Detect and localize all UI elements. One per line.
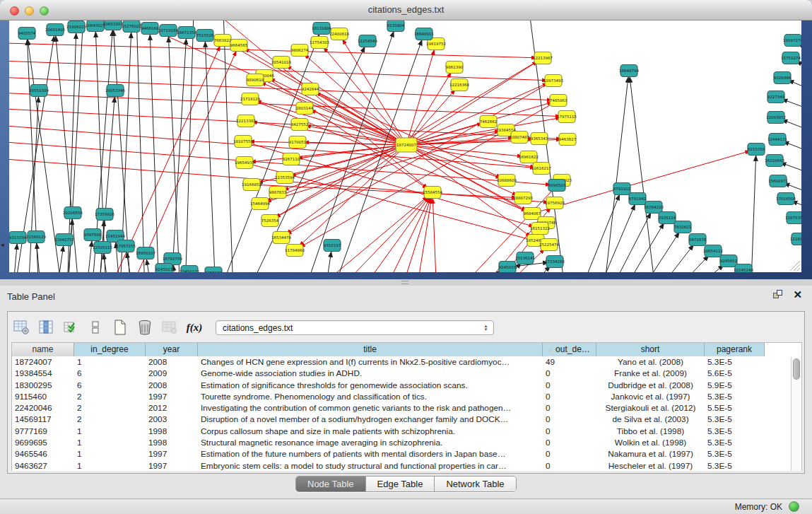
scrollbar-thumb[interactable] (793, 358, 800, 380)
tab-node-table[interactable]: Node Table (296, 477, 366, 491)
table-disabled-icon (160, 318, 179, 337)
sort-ascending-icon: △ (548, 346, 553, 354)
table-cell: Dudbridge et al. (2008) (596, 380, 705, 391)
table-cell: Structural magnetic resonance image aver… (198, 437, 543, 448)
trash-icon[interactable] (136, 318, 154, 337)
column-header-year[interactable]: year (146, 343, 198, 356)
table-cell: 5.3E-5 (705, 414, 765, 425)
table-cell: 0 (543, 426, 596, 437)
table-cell: 18300295 (12, 380, 74, 391)
table-row[interactable]: 946554611997Estimation of the future num… (12, 448, 801, 460)
table-cell: 49 (543, 356, 596, 368)
table-cell: 14569117 (12, 414, 74, 425)
table-column-icon[interactable] (37, 318, 55, 337)
panel-title: Table Panel (7, 291, 55, 302)
table-cell: 2 (74, 402, 146, 414)
column-header-filler (765, 343, 801, 356)
table-row[interactable]: 911546021997Tourette syndrome. Phenomeno… (12, 391, 801, 402)
column-header-title[interactable]: title (198, 343, 543, 356)
table-cell: 1 (74, 437, 146, 448)
table-header-row: name in_degree year title △out_de… short… (12, 343, 801, 356)
table-toolbar: f(x) citations_edges.txt ▲▼ (12, 315, 494, 340)
network-window: citations_edges.txt 18724007224200469890… (0, 0, 812, 279)
table-row[interactable]: 1938455462009Genome-wide association stu… (12, 368, 801, 379)
horizontal-splitter[interactable] (0, 279, 812, 286)
panel-collapse-icon[interactable]: ◂ (1, 241, 4, 248)
table-cell: Stergiakouli et al. (2012) (596, 402, 705, 414)
table-check-icon[interactable] (61, 318, 80, 337)
table-cell: 5.9E-5 (705, 380, 765, 391)
table-cell: 5.3E-5 (705, 448, 765, 460)
table-row[interactable]: 946362711997Embryonic stem cells: a mode… (12, 460, 801, 471)
rows-icon[interactable] (86, 318, 105, 337)
table-cell: Nakamura et al. (1997) (596, 448, 705, 460)
table-cell: 9115460 (12, 391, 74, 402)
tab-network-table[interactable]: Network Table (435, 477, 515, 491)
network-select-dropdown[interactable]: citations_edges.txt ▲▼ (216, 320, 494, 335)
column-header-pagerank[interactable]: pagerank (705, 343, 765, 356)
memory-status-label: Memory: OK (735, 502, 782, 512)
table-cell: Corpus callosum shape and size in male p… (198, 426, 543, 437)
table-cell: Jankovic et al. (1997) (596, 391, 705, 402)
table-cell: Changes of HCN gene expression and I(f) … (198, 356, 543, 368)
table-cell: 9463627 (12, 460, 74, 471)
table-row[interactable]: 1872400712008Changes of HCN gene express… (12, 356, 801, 368)
table-cell: 1998 (146, 426, 198, 437)
table-row[interactable]: 969969511998Structural magnetic resonanc… (12, 437, 801, 448)
table-panel: Table Panel ✕ (0, 286, 812, 514)
table-cell: Tourette syndrome. Phenomenology and cla… (198, 391, 543, 402)
network-window-titlebar[interactable]: citations_edges.txt (0, 0, 812, 21)
table-cell: 9465546 (12, 448, 74, 460)
new-file-icon[interactable] (111, 318, 129, 337)
table-cell: 1997 (146, 391, 198, 402)
column-header-name[interactable]: name (12, 343, 74, 356)
float-panel-icon[interactable] (773, 290, 783, 299)
table-cell: 0 (543, 402, 596, 414)
table-cell: 19384554 (12, 368, 74, 379)
table-cell: Yano et al. (2008) (596, 356, 705, 368)
tab-edge-table[interactable]: Edge Table (366, 477, 435, 491)
table-cell: 2 (74, 414, 146, 425)
column-header-in-degree[interactable]: in_degree (74, 343, 146, 356)
table-cell: Genome-wide association studies in ADHD. (198, 368, 543, 379)
citation-edge-black (805, 243, 812, 253)
table-row[interactable]: 1830029562008Estimation of significance … (12, 380, 801, 391)
table-settings-icon[interactable] (12, 318, 30, 337)
table-cell: 5.3E-5 (705, 391, 765, 402)
table-cell: 0 (543, 414, 596, 425)
function-icon[interactable]: f(x) (185, 318, 204, 337)
table-row[interactable]: 1456911722003Disruption of a novel membe… (12, 414, 801, 425)
table-cell: 0 (543, 380, 596, 391)
close-panel-icon[interactable]: ✕ (793, 290, 802, 299)
table-cell: 0 (543, 460, 596, 471)
table-cell: 1997 (146, 460, 198, 471)
table-cell: 5.5E-5 (705, 402, 765, 414)
network-canvas[interactable] (9, 21, 801, 272)
table-cell: 2 (74, 391, 146, 402)
table-cell: 0 (543, 368, 596, 379)
citation-edge-black (703, 274, 738, 279)
table-row[interactable]: 977716911998Corpus callosum shape and si… (12, 426, 801, 437)
table-cell: 1 (74, 460, 146, 471)
table-cell: 5.6E-5 (705, 368, 765, 379)
memory-ok-icon (789, 501, 799, 512)
table-cell: 5.3E-5 (705, 426, 765, 437)
table-cell: 0 (543, 448, 596, 460)
table-row[interactable]: 2242004622012Investigating the contribut… (12, 402, 801, 414)
vertical-scrollbar[interactable] (791, 357, 801, 472)
table-cell: Wolkin et al. (1998) (596, 437, 705, 448)
column-header-out-degree[interactable]: △out_de… (543, 343, 596, 356)
table-cell: 1 (74, 426, 146, 437)
node-table: name in_degree year title △out_de… short… (11, 342, 802, 472)
table-cell: 0 (543, 437, 596, 448)
table-cell: Embryonic stem cells: a model to study s… (198, 460, 543, 471)
table-cell: 6 (74, 380, 146, 391)
table-cell: 6 (74, 368, 146, 379)
table-type-tabbar: Node Table Edge Table Network Table (0, 476, 812, 493)
column-header-short[interactable]: short (596, 343, 705, 356)
table-cell: 22420046 (12, 402, 74, 414)
table-cell: Investigating the contribution of common… (198, 402, 543, 414)
table-cell: 9699695 (12, 437, 74, 448)
table-cell: 0 (543, 391, 596, 402)
table-cell: 5.3E-5 (705, 460, 765, 471)
